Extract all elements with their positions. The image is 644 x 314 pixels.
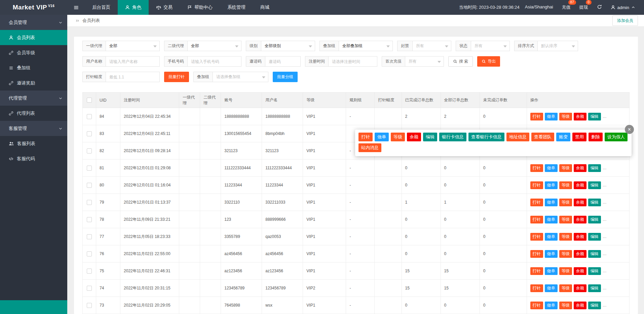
- withdraw-link[interactable]: 提现0: [579, 4, 588, 10]
- filter-invite-code-input[interactable]: [265, 56, 301, 67]
- row-action-order[interactable]: 做单: [545, 216, 558, 223]
- row-action-level[interactable]: 等级: [559, 250, 572, 258]
- popup-action-view-team[interactable]: 查看团队: [531, 133, 554, 141]
- row-more-button[interactable]: …: [603, 166, 607, 170]
- popup-action-address-info[interactable]: 地址信息: [506, 133, 529, 141]
- row-checkbox[interactable]: [87, 251, 92, 256]
- row-more-button[interactable]: …: [603, 200, 607, 205]
- row-action-edit[interactable]: 编辑: [588, 302, 601, 309]
- filter-agent2-select[interactable]: 全部: [188, 41, 241, 51]
- search-button[interactable]: 搜 索: [448, 56, 473, 67]
- row-action-inject[interactable]: 打针: [530, 164, 543, 172]
- popup-action-view-bank-info[interactable]: 查看银行卡信息: [468, 133, 504, 141]
- row-checkbox[interactable]: [87, 217, 92, 222]
- row-action-level[interactable]: 等级: [559, 164, 572, 172]
- row-checkbox[interactable]: [87, 114, 92, 119]
- filter-first-recharge-select[interactable]: 所有: [405, 56, 444, 67]
- row-action-inject[interactable]: 打针: [530, 284, 543, 292]
- popup-action-balance[interactable]: 余额: [407, 133, 421, 141]
- user-menu[interactable]: admin: [611, 5, 635, 10]
- row-checkbox[interactable]: [87, 148, 92, 153]
- popup-action-bank-info[interactable]: 银行卡信息: [439, 133, 466, 141]
- row-action-level[interactable]: 等级: [559, 216, 572, 223]
- row-action-order[interactable]: 做单: [545, 181, 558, 189]
- row-action-inject[interactable]: 打针: [530, 250, 543, 258]
- nav-item-role[interactable]: 角色: [118, 0, 149, 15]
- export-button[interactable]: 导出: [477, 56, 500, 67]
- nav-item-home[interactable]: 后台首页: [85, 0, 118, 15]
- row-action-order[interactable]: 做单: [545, 113, 558, 120]
- batch-group-button[interactable]: 批量分组: [273, 72, 298, 82]
- row-action-order[interactable]: 做单: [545, 164, 558, 172]
- popup-action-edit[interactable]: 编辑: [423, 133, 437, 141]
- row-action-level[interactable]: 等级: [559, 284, 572, 292]
- row-more-button[interactable]: …: [603, 286, 607, 290]
- row-action-level[interactable]: 等级: [559, 267, 572, 275]
- row-checkbox[interactable]: [87, 286, 92, 291]
- popup-action-site-message[interactable]: 站内消息: [358, 143, 381, 152]
- row-action-balance[interactable]: 余额: [574, 302, 586, 309]
- row-action-inject[interactable]: 打针: [530, 113, 543, 120]
- row-action-edit[interactable]: 编辑: [588, 267, 601, 275]
- row-checkbox[interactable]: [87, 166, 92, 171]
- row-action-edit[interactable]: 编辑: [588, 113, 601, 120]
- row-checkbox[interactable]: [87, 183, 92, 188]
- row-action-balance[interactable]: 余额: [574, 250, 586, 258]
- sidebar-item-invite-reward[interactable]: 邀请奖励: [0, 75, 67, 91]
- row-more-button[interactable]: …: [603, 217, 607, 222]
- popup-action-set-fake[interactable]: 设为假人: [605, 133, 628, 141]
- batch-inject-button[interactable]: 批量打针: [164, 72, 189, 82]
- row-action-inject[interactable]: 打针: [530, 199, 543, 206]
- row-action-order[interactable]: 做单: [545, 199, 558, 206]
- nav-item-system[interactable]: 系统管理: [220, 0, 253, 15]
- filter-status-select[interactable]: 所有: [471, 41, 510, 51]
- row-more-button[interactable]: …: [603, 183, 607, 187]
- row-action-order[interactable]: 做单: [545, 250, 558, 258]
- row-more-button[interactable]: …: [603, 251, 607, 256]
- filter-phone-input[interactable]: [188, 56, 241, 67]
- row-checkbox[interactable]: [87, 131, 92, 136]
- nav-item-mall[interactable]: 商城: [253, 0, 277, 15]
- row-action-level[interactable]: 等级: [559, 199, 572, 206]
- filter-agent1-select[interactable]: 全部: [106, 41, 160, 51]
- row-action-edit[interactable]: 编辑: [588, 250, 601, 258]
- filter-username-input[interactable]: [106, 56, 160, 67]
- popup-action-inject[interactable]: 打针: [358, 133, 373, 141]
- recharge-link[interactable]: 充值87: [562, 4, 571, 10]
- sidebar-item-stack-group[interactable]: 叠加组: [0, 60, 67, 75]
- row-action-edit[interactable]: 编辑: [588, 233, 601, 241]
- row-action-edit[interactable]: 编辑: [588, 164, 601, 172]
- row-action-balance[interactable]: 余额: [574, 216, 586, 223]
- row-action-edit[interactable]: 编辑: [588, 216, 601, 223]
- row-action-balance[interactable]: 余额: [574, 267, 586, 275]
- row-more-button[interactable]: …: [603, 303, 607, 308]
- filter-level-select[interactable]: 全部级别: [261, 41, 315, 51]
- row-action-inject[interactable]: 打针: [530, 216, 543, 223]
- row-action-inject[interactable]: 打针: [530, 267, 543, 275]
- row-action-balance[interactable]: 余额: [574, 181, 586, 189]
- popup-action-account-change[interactable]: 账变: [556, 133, 570, 141]
- sidebar-toggle-button[interactable]: [67, 0, 85, 15]
- row-action-balance[interactable]: 余额: [574, 199, 586, 206]
- popup-action-disable[interactable]: 禁用: [572, 133, 586, 141]
- nav-item-trade[interactable]: 交易: [149, 0, 180, 15]
- row-checkbox[interactable]: [87, 200, 92, 205]
- filter-stack-select[interactable]: 全部叠加组: [339, 41, 393, 51]
- row-more-button[interactable]: …: [603, 234, 607, 239]
- sidebar-item-service-list[interactable]: 客服列表: [0, 136, 67, 151]
- row-checkbox[interactable]: [87, 303, 92, 308]
- close-icon[interactable]: ×: [625, 125, 634, 134]
- row-action-level[interactable]: 等级: [559, 113, 572, 120]
- row-action-balance[interactable]: 余额: [574, 233, 586, 241]
- row-action-balance[interactable]: 余额: [574, 164, 586, 172]
- refresh-button[interactable]: [597, 4, 602, 10]
- popup-action-level[interactable]: 等级: [391, 133, 405, 141]
- sidebar-item-agent-group[interactable]: 代理管理: [0, 91, 67, 106]
- row-more-button[interactable]: …: [603, 269, 607, 273]
- sidebar-item-service-code[interactable]: 客服代码: [0, 151, 67, 166]
- sidebar-item-member-group[interactable]: 会员管理: [0, 15, 67, 30]
- row-more-button[interactable]: …: [603, 114, 607, 119]
- row-action-order[interactable]: 做单: [545, 267, 558, 275]
- row-action-inject[interactable]: 打针: [530, 181, 543, 189]
- row-action-level[interactable]: 等级: [559, 181, 572, 189]
